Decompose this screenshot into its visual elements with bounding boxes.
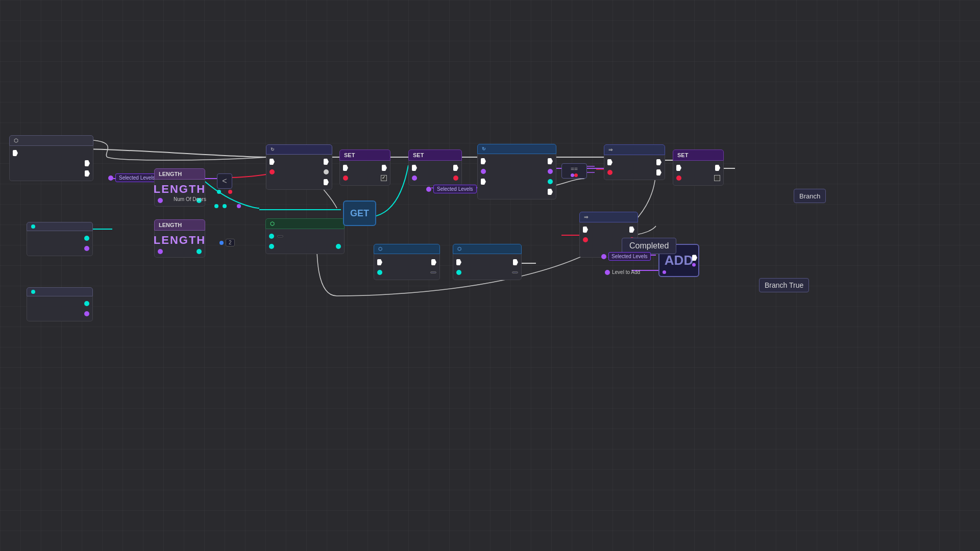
set-door-rooms-node: ⬡ bbox=[374, 244, 440, 280]
set2-exec-in bbox=[412, 165, 417, 171]
fe-array-in bbox=[481, 169, 486, 174]
sel-lev-2-pin bbox=[426, 187, 431, 192]
num-two-badge: 2 bbox=[219, 239, 235, 246]
wl-completed-pin bbox=[324, 169, 329, 174]
set3-title: SET bbox=[677, 152, 688, 158]
wl-exec-in bbox=[270, 159, 275, 165]
return-pin bbox=[336, 244, 341, 249]
set3-header: SET bbox=[673, 149, 724, 161]
br1-exec-in bbox=[607, 159, 612, 165]
instance-ref-mid bbox=[214, 204, 241, 208]
sdr-exec-in bbox=[377, 259, 382, 265]
branch1-header: ⇒ bbox=[604, 144, 665, 155]
length-2-text: LENGTH bbox=[154, 234, 206, 247]
branch2-header: ⇒ bbox=[579, 212, 638, 222]
selected-levels-node-1: Selected Levels bbox=[108, 173, 159, 182]
instance-ref-2-levels-pin bbox=[84, 246, 89, 251]
wl-completed-out bbox=[324, 179, 329, 185]
dialogue-room-header: ⬡ bbox=[9, 135, 93, 146]
current-levels-mid-pin bbox=[237, 204, 241, 208]
branch-true-text: Branch True bbox=[765, 281, 803, 289]
br1-true-out bbox=[656, 159, 662, 165]
fe-break-in bbox=[481, 179, 486, 185]
set3-checkbox bbox=[714, 175, 720, 181]
num-of-doors-label: Num Of Doors bbox=[174, 196, 206, 202]
set3-node: SET bbox=[673, 149, 724, 186]
spawn-exec-out bbox=[85, 160, 90, 166]
br2-true-out bbox=[629, 227, 634, 233]
length-1-title: LENGTH bbox=[159, 171, 182, 177]
random-int-node: ⬡ bbox=[265, 218, 345, 254]
br1-false-out bbox=[656, 169, 662, 176]
sel-levels-label-1: Selected Levels bbox=[115, 173, 159, 182]
instance-ref-1-header bbox=[27, 287, 93, 296]
lt-in-pin bbox=[217, 190, 221, 194]
add-symbol: ADD bbox=[665, 253, 693, 268]
sdd-exec-out bbox=[513, 259, 518, 265]
sel-lev-br2-label: Selected Levels bbox=[608, 252, 651, 261]
num-two-value: 2 bbox=[226, 239, 235, 246]
branch1-node: ⇒ bbox=[604, 144, 665, 180]
set1-title: SET bbox=[344, 152, 355, 158]
max-pin-2 bbox=[269, 244, 274, 249]
instance-ref-node-1 bbox=[27, 287, 93, 321]
wl-loop-body-out bbox=[324, 159, 329, 165]
level-add-br2-label: Level to Add bbox=[612, 269, 640, 275]
set3-exec-in bbox=[676, 165, 681, 171]
min-value bbox=[277, 235, 283, 237]
get-node: GET bbox=[343, 201, 376, 226]
eq-out bbox=[574, 173, 578, 177]
instance-ref-node-2 bbox=[27, 222, 93, 256]
set3-canAdd-in bbox=[676, 176, 681, 181]
set1-canAdd-in bbox=[343, 176, 348, 181]
sdd-self-badge bbox=[512, 271, 518, 273]
while-loop-node: ↻ bbox=[266, 144, 332, 190]
set-door-difficulty-node: ⬡ bbox=[453, 244, 522, 280]
instance-ref-mid-pin bbox=[214, 204, 218, 208]
set2-title: SET bbox=[413, 152, 424, 158]
set1-checkbox bbox=[381, 175, 387, 181]
sel-lev-br2-pin bbox=[601, 254, 606, 259]
set-door-difficulty-header: ⬡ bbox=[453, 244, 522, 254]
level-to-add-br2: Level to Add bbox=[605, 269, 640, 275]
length-1-in-pin bbox=[158, 198, 163, 203]
branch-true-label: Branch True bbox=[759, 278, 809, 292]
completed-text: Completed bbox=[629, 241, 669, 250]
length-node-2: LENGTH LENGTH bbox=[154, 219, 205, 258]
length-2-header: LENGTH bbox=[154, 219, 205, 231]
start-exec-pin bbox=[13, 150, 18, 156]
fe-exec-in bbox=[481, 158, 486, 164]
level-add-br2-pin bbox=[605, 270, 610, 275]
for-each-node: ↻ bbox=[477, 144, 556, 199]
for-each-header: ↻ bbox=[477, 144, 556, 154]
fe-array-index-out bbox=[548, 179, 553, 184]
set2-level-out bbox=[453, 176, 458, 181]
set2-header: SET bbox=[408, 149, 462, 161]
equals-symbol: == bbox=[571, 165, 578, 172]
set1-exec-in bbox=[343, 165, 348, 171]
br2-exec-in bbox=[583, 227, 588, 233]
add-level-in-pin bbox=[663, 270, 666, 274]
instance-ref-2-header bbox=[27, 222, 93, 231]
sdd-exec-in bbox=[456, 259, 461, 265]
wl-condition-pin bbox=[270, 169, 275, 174]
dont-spawn-exec-out bbox=[85, 170, 90, 177]
branch-top-text: Branch bbox=[799, 192, 820, 200]
eq-left-in bbox=[571, 173, 574, 177]
get-label: GET bbox=[350, 208, 369, 219]
sel-levels-branch2: Selected Levels bbox=[601, 252, 651, 261]
set1-exec-out bbox=[382, 165, 387, 171]
fe-array-element-out bbox=[548, 169, 553, 174]
set2-exec-out bbox=[453, 165, 458, 171]
instance-ref-mid-out bbox=[223, 204, 227, 208]
sdr-self-badge bbox=[430, 271, 436, 273]
branch-top-label: Branch bbox=[794, 189, 826, 203]
sdr-target-in bbox=[377, 270, 382, 275]
instance-ref-2-target-pin bbox=[84, 236, 89, 241]
less-than-symbol: < bbox=[217, 173, 232, 189]
instance-ref-1-levels-pin bbox=[84, 311, 89, 316]
sdd-target-in bbox=[456, 270, 461, 275]
dialogue-room-node: ⬡ bbox=[9, 135, 93, 181]
set3-exec-out bbox=[715, 165, 720, 171]
length-1-header: LENGTH bbox=[154, 168, 205, 180]
